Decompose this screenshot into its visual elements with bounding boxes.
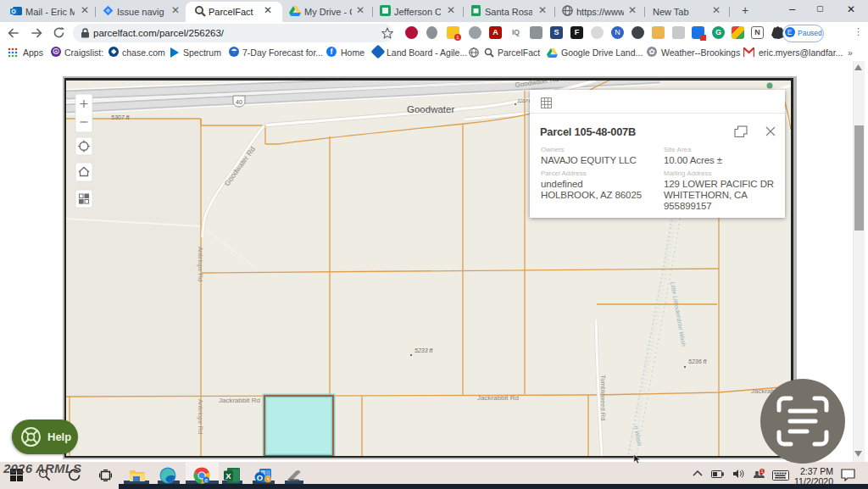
svg-text:Antelope Rd: Antelope Rd [197, 247, 204, 281]
svg-text:e: e [204, 477, 208, 483]
svg-text:Jackrabbit Rd: Jackrabbit Rd [477, 394, 519, 402]
svg-text:O: O [11, 8, 15, 14]
svg-text:5233 ft: 5233 ft [415, 347, 433, 353]
svg-text:40: 40 [236, 99, 242, 105]
svg-text:Goodwater: Goodwater [407, 104, 454, 114]
svg-text:O: O [257, 473, 263, 482]
svg-text:Tumbleweed Rd: Tumbleweed Rd [599, 375, 607, 420]
svg-text:5307 ft: 5307 ft [111, 114, 130, 120]
svg-text:X: X [225, 471, 231, 481]
svg-text:Antelope Rd: Antelope Rd [197, 399, 204, 434]
svg-text:5236 ft: 5236 ft [688, 358, 707, 364]
svg-text:Jackrabbit Rd: Jackrabbit Rd [219, 397, 260, 404]
